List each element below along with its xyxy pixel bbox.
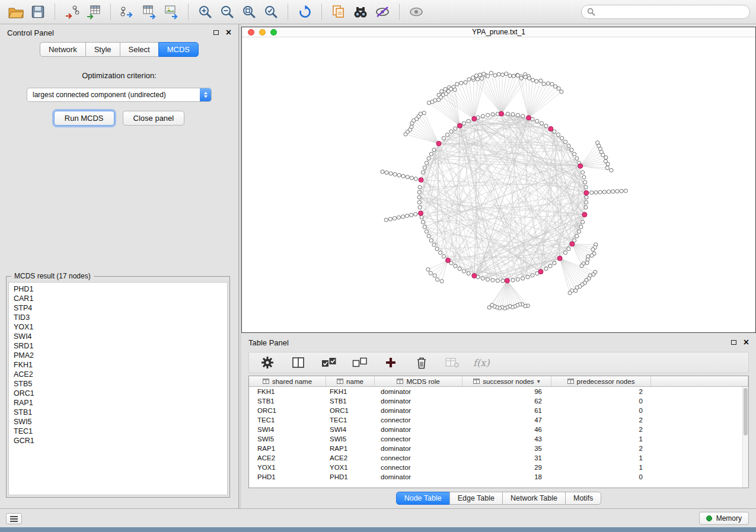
result-node[interactable]: GCR1	[14, 436, 222, 446]
network-node[interactable]	[584, 206, 588, 209]
result-node[interactable]: STB5	[14, 379, 222, 389]
network-node[interactable]	[505, 72, 508, 75]
column-header-predecessor-nodes[interactable]: predecessor nodes	[551, 376, 651, 386]
network-node[interactable]	[620, 189, 623, 193]
network-node[interactable]	[527, 76, 531, 80]
network-node[interactable]	[585, 196, 588, 199]
network-canvas[interactable]	[242, 37, 755, 332]
network-node[interactable]	[590, 191, 594, 194]
result-node[interactable]: PHD1	[14, 284, 222, 294]
network-node[interactable]	[442, 136, 445, 140]
network-node[interactable]	[548, 264, 552, 268]
network-node[interactable]	[471, 76, 475, 79]
network-node[interactable]	[476, 77, 480, 81]
network-node[interactable]	[417, 196, 421, 199]
network-node[interactable]	[489, 71, 493, 75]
tab-edge-table[interactable]: Edge Table	[449, 492, 503, 505]
close-panel-icon[interactable]: ×	[226, 28, 231, 37]
network-node[interactable]	[420, 216, 423, 219]
sort-dropdown-icon[interactable]: ▾	[537, 378, 540, 384]
network-node[interactable]	[435, 278, 439, 281]
network-node[interactable]	[397, 216, 400, 219]
import-table-button[interactable]	[84, 2, 104, 21]
network-node[interactable]	[624, 189, 627, 193]
network-node[interactable]	[553, 261, 556, 265]
tab-node-table[interactable]: Node Table	[396, 492, 450, 505]
scrollbar-thumb[interactable]	[744, 388, 748, 435]
network-node[interactable]	[575, 156, 579, 160]
network-node[interactable]	[567, 247, 570, 251]
network-node[interactable]	[429, 239, 433, 242]
network-node[interactable]	[580, 264, 583, 267]
network-node[interactable]	[526, 275, 529, 279]
export-image-button[interactable]	[161, 2, 181, 21]
network-node[interactable]	[491, 278, 495, 282]
network-node[interactable]	[501, 279, 505, 283]
network-node[interactable]	[381, 170, 384, 174]
float-panel-icon[interactable]	[731, 340, 736, 345]
mcds-dominator-node[interactable]	[557, 256, 562, 261]
network-node[interactable]	[467, 78, 471, 81]
network-node[interactable]	[429, 152, 433, 156]
network-node[interactable]	[579, 225, 583, 229]
network-node[interactable]	[455, 82, 459, 86]
network-node[interactable]	[611, 190, 615, 193]
save-session-button[interactable]	[28, 2, 48, 21]
network-node[interactable]	[388, 217, 392, 221]
network-node[interactable]	[615, 190, 619, 193]
result-node[interactable]: SRD1	[14, 341, 222, 351]
add-column-button[interactable]	[381, 353, 401, 372]
column-header-mcds-role[interactable]: MCDS role	[375, 376, 462, 386]
table-row[interactable]: TEC1 TEC1 connector 47 2	[249, 415, 748, 425]
network-node[interactable]	[531, 78, 534, 82]
table-row[interactable]: ORC1 ORC1 dominator 61 0	[249, 406, 748, 415]
network-node[interactable]	[425, 230, 428, 233]
network-node[interactable]	[478, 73, 481, 76]
close-panel-icon[interactable]: ×	[744, 338, 749, 347]
network-node[interactable]	[606, 162, 610, 166]
zoom-in-button[interactable]	[195, 2, 215, 21]
network-node[interactable]	[511, 278, 515, 282]
column-header-successor-nodes[interactable]: successor nodes ▾	[462, 376, 551, 386]
network-node[interactable]	[511, 113, 515, 116]
tab-mcds[interactable]: MCDS	[158, 42, 199, 57]
network-node[interactable]	[560, 90, 563, 94]
run-mcds-button[interactable]: Run MCDS	[54, 111, 114, 126]
network-node[interactable]	[432, 148, 436, 152]
network-node[interactable]	[460, 81, 463, 85]
network-node[interactable]	[590, 254, 594, 257]
network-node[interactable]	[582, 175, 586, 179]
network-node[interactable]	[406, 175, 409, 179]
maximize-window-icon[interactable]	[270, 29, 277, 36]
memory-button[interactable]: Memory	[699, 512, 749, 525]
network-node[interactable]	[449, 87, 452, 91]
tab-motifs[interactable]: Motifs	[565, 492, 601, 505]
network-node[interactable]	[410, 125, 413, 129]
network-node[interactable]	[389, 172, 393, 175]
network-node[interactable]	[487, 306, 491, 309]
table-row[interactable]: SWI5 SWI5 connector 43 1	[249, 434, 748, 444]
search-field[interactable]	[581, 5, 750, 19]
column-header-name[interactable]: name	[326, 376, 375, 386]
network-node[interactable]	[393, 216, 396, 220]
result-node[interactable]: SWI5	[14, 417, 222, 427]
zoom-fit-button[interactable]	[239, 2, 259, 21]
network-node[interactable]	[598, 190, 602, 194]
network-node[interactable]	[508, 74, 512, 78]
result-node[interactable]: SWI4	[14, 332, 222, 341]
network-node[interactable]	[422, 111, 426, 115]
network-node[interactable]	[385, 171, 388, 174]
mcds-dominator-node[interactable]	[505, 278, 509, 283]
zoom-out-button[interactable]	[217, 2, 237, 21]
mcds-dominator-node[interactable]	[570, 242, 575, 246]
network-node[interactable]	[570, 148, 573, 152]
mcds-dominator-node[interactable]	[436, 141, 441, 146]
network-node[interactable]	[506, 112, 509, 116]
network-node[interactable]	[432, 243, 436, 246]
network-node[interactable]	[557, 86, 560, 90]
network-node[interactable]	[550, 82, 554, 86]
network-node[interactable]	[406, 214, 409, 217]
network-node[interactable]	[435, 247, 439, 251]
network-node[interactable]	[535, 79, 538, 83]
network-node[interactable]	[516, 278, 519, 281]
